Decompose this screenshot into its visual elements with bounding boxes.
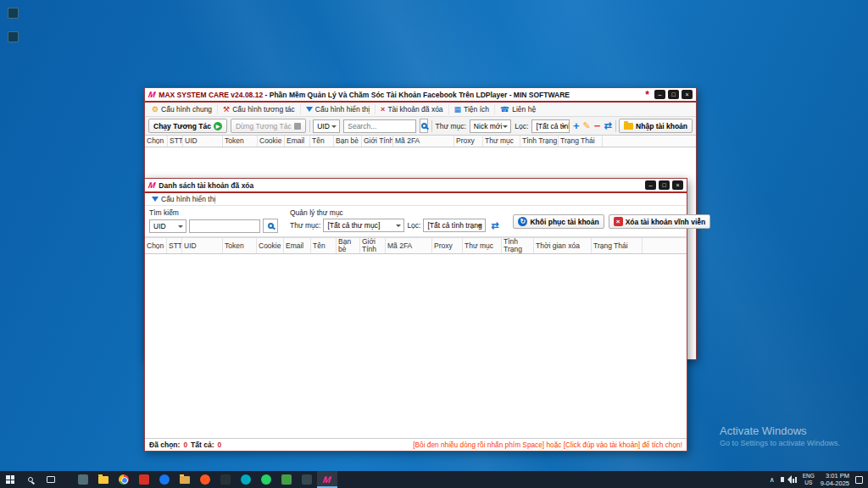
column-header[interactable]: Token [223,136,258,147]
column-header[interactable]: Proxy [432,238,463,253]
delete-forever-button[interactable]: × Xóa tài khoản vĩnh viễn [609,214,710,229]
add-account-button[interactable]: + [573,119,580,133]
search-field-select[interactable]: UID [149,219,186,233]
menu-item-label: Liên hệ [512,105,536,114]
column-header[interactable]: Tên [311,238,337,253]
dark-app-icon [220,474,231,485]
column-header[interactable]: Chọn [145,238,167,253]
column-header[interactable]: Thư mục [463,238,502,253]
taskbar-max-system-care[interactable]: M [317,471,337,488]
menu-item-contact[interactable]: ☎ Liên hệ [497,104,541,114]
column-header[interactable]: Token [223,238,257,253]
column-header[interactable]: Bạn bè [334,136,362,147]
taskbar-search-button[interactable] [20,471,41,488]
language-indicator[interactable]: ENG US [803,473,815,486]
menu-item-utilities[interactable]: ▦ Tiện ích [451,104,495,114]
app-logo-icon: M [147,180,156,190]
main-titlebar[interactable]: M MAX SYSTEM CARE v24.08.12 - Phần Mềm Q… [145,88,696,103]
folder-select[interactable]: Nick mới [470,119,511,133]
deleted-titlebar[interactable]: M Danh sách tài khoản đã xóa – □ × [145,179,687,193]
close-button[interactable]: × [682,90,693,99]
start-button[interactable] [0,471,20,488]
watermark-line1: Activate Windows [720,424,840,437]
column-header[interactable]: Chọn [145,136,168,147]
task-view-button[interactable] [41,471,61,488]
remove-account-button[interactable]: − [594,119,601,133]
stop-interaction-button[interactable]: Dừng Tương Tác [231,119,306,133]
deleted-search-input[interactable] [189,219,260,233]
search-button[interactable] [420,119,428,133]
column-header[interactable]: Trạng Thái [559,136,603,147]
column-header[interactable]: Cookie [257,238,284,253]
maximize-button[interactable]: □ [668,90,679,99]
taskbar-whatsapp[interactable] [256,471,276,488]
menu-item-deleted-accounts[interactable]: × Tài khoản đã xóa [377,104,448,114]
volume-icon[interactable] [781,477,784,482]
taskbar-blue-app[interactable] [154,471,175,488]
column-header[interactable]: Mã 2FA [393,136,454,147]
search-button[interactable] [263,219,278,233]
taskbar-folder-app[interactable] [175,471,195,488]
search-field-select[interactable]: UID [313,119,340,133]
taskbar-mail-app[interactable] [73,471,93,488]
max-system-care-icon: M [323,474,332,485]
app-logo-icon: M [147,90,156,99]
column-header[interactable]: Trạng Thái [592,238,643,253]
folder-select-value: Nick mới [474,122,502,130]
minimize-button[interactable]: – [654,90,665,99]
column-header[interactable]: Thư mục [483,136,520,147]
column-header[interactable]: Bạn bè [337,238,360,253]
menu-item-display-config[interactable]: Cấu hình hiển thị [303,104,376,114]
desktop-shortcut-icon[interactable] [8,31,19,42]
column-header[interactable]: Tình Trạng [502,238,534,253]
deleted-table-body[interactable] [145,254,687,438]
column-header[interactable]: Tên [310,136,334,147]
column-header[interactable]: Email [284,238,311,253]
tray-chevron-up-icon[interactable]: ∧ [770,476,775,484]
column-header[interactable]: UID [183,136,223,147]
taskbar-dark-app[interactable] [215,471,236,488]
clock[interactable]: 3:01 PM 9-04-2025 [821,472,849,488]
folder-select[interactable]: [Tất cả thư mục] [323,219,404,232]
refresh-button[interactable]: ⇄ [488,219,501,232]
close-button[interactable]: × [672,180,683,190]
taskbar-chrome[interactable] [114,471,134,488]
taskbar-file-explorer[interactable] [93,471,114,488]
taskbar-orange-app[interactable] [195,471,215,488]
taskbar-teal-app[interactable] [236,471,256,488]
taskbar-ldplayer[interactable] [297,471,317,488]
menu-item-display-config[interactable]: Cấu hình hiển thị [148,194,220,204]
status-filter-select[interactable]: [Tất cả tình trạng [423,219,486,232]
column-header[interactable]: UID [182,238,223,253]
minimize-button[interactable]: – [645,180,656,190]
clock-time: 3:01 PM [821,472,849,480]
menu-item-interaction-config[interactable]: ⚒ Cấu hình tương tác [220,104,301,114]
taskbar-red-app[interactable] [134,471,154,488]
column-header[interactable]: Cookie [258,136,285,147]
status-filter-select[interactable]: [Tất cả tình trạng [531,119,570,133]
menu-item-label: Tài khoản đã xóa [387,105,442,114]
column-header[interactable]: Mã 2FA [386,238,432,253]
desktop-shortcut-icon[interactable] [8,8,19,19]
column-header[interactable]: Thời gian xóa [534,238,592,253]
search-group-label: Tìm kiếm [149,208,278,217]
refresh-button[interactable]: ⇄ [604,119,611,133]
column-header[interactable]: STT [167,238,182,253]
taskbar-phone-app[interactable] [276,471,297,488]
column-header[interactable]: Giới Tính [360,238,386,253]
edit-account-button[interactable]: ✎ [583,119,591,133]
taskbar: M ∧ ENG US 3:01 PM 9-04-2025 [0,471,868,488]
column-header[interactable]: STT [168,136,183,147]
desktop: M MAX SYSTEM CARE v24.08.12 - Phần Mềm Q… [0,0,868,488]
column-header[interactable]: Giới Tính [362,136,393,147]
maximize-button[interactable]: □ [659,180,670,190]
column-header[interactable]: Tình Trạng [520,136,559,147]
search-input[interactable] [343,119,416,133]
import-accounts-button[interactable]: Nhập tài khoản [619,119,693,133]
column-header[interactable]: Proxy [454,136,483,147]
menu-item-general-config[interactable]: ⚙ Cấu hình chung [148,104,218,114]
action-center-button[interactable] [855,476,863,484]
column-header[interactable]: Email [285,136,310,147]
run-interaction-button[interactable]: Chạy Tương Tác ▶ [148,119,227,133]
restore-accounts-button[interactable]: ↻ Khôi phục tài khoản [513,214,604,229]
